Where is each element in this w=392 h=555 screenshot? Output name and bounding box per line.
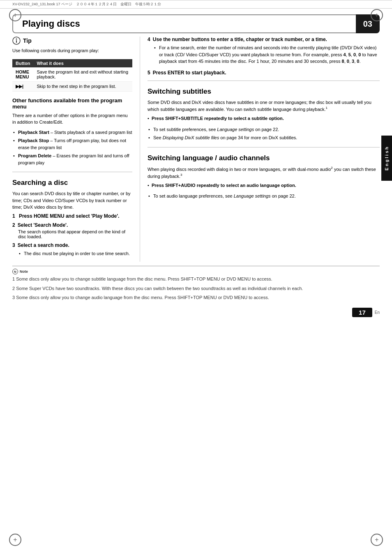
table-row: ▶▶| Skip to the next step in the program… [12,81,132,91]
table-row: HOMEMENU Save the program list and exit … [12,67,132,82]
step-4: 4 Use the number buttons to enter a titl… [148,37,380,66]
step-body-2-text: The search options that appear depend on… [18,229,125,239]
page-num: 17 [352,308,372,317]
right-column: 4 Use the number buttons to enter a titl… [140,37,380,262]
searching-heading: Searching a disc [12,179,132,187]
list-item: Program Delete – Erases the program list… [12,152,132,167]
description-cell: Save the program list and exit without s… [33,67,132,82]
table-header-button: Button [12,59,33,67]
tip-box: Tip Use following controls during progra… [12,37,132,54]
page-title: Playing discs [12,14,356,33]
page-footer: 17 En [0,304,392,325]
page-title-row: Playing discs 03 [12,14,380,33]
tip-intro: Use following controls during program pl… [12,47,132,54]
button-cell: ▶▶| [12,81,33,91]
step-num-3: 3 [12,242,15,248]
svg-rect-2 [16,40,17,43]
press-shift-subtitle: Press SHIFT+SUBTITLE repeatedly to selec… [152,116,284,121]
tip-icon [12,37,21,45]
searching-intro: You can search DVD discs by title or cha… [12,190,132,211]
program-delete-bold: Program Delete [18,153,51,158]
step-body-2: The search options that appear depend on… [18,229,132,239]
other-functions-intro: There are a number of other options in t… [12,112,132,126]
playback-start-text: – Starts playback of a saved program lis… [51,130,132,135]
note-icon: N [12,269,18,274]
step-num-4: 4 [148,37,150,42]
press-shift-audio: Press SHIFT+AUDIO repeatedly to select a… [152,183,296,188]
step-title-5: Press ENTER to start playback. [153,70,226,76]
footnote-3: 3 [180,173,182,177]
other-functions-list: Playback Start – Starts playback of a sa… [12,128,132,167]
language-tab: English [381,136,392,181]
step-5: 5 Press ENTER to start playback. [148,70,380,76]
step-body-4: For a time search, enter the number of m… [153,44,380,66]
list-item: To set subtitle preferences, see Languag… [148,125,380,134]
step-title-2: Select 'Search Mode'. [18,222,68,228]
note-item-2: 2 Some Super VCDs have two soundtracks. … [12,285,380,292]
meta-text: XV-DV232_240_131.book 17 ページ ２００４年１２月２４日… [12,2,161,6]
playback-start-bold: Playback Start [18,130,49,135]
step-1: 1 Press HOME MENU and select 'Play Mode'… [12,213,132,219]
step-title-1: Press HOME MENU and select 'Play Mode'. [19,213,119,219]
switching-language-section: Switching language / audio channels When… [148,154,380,200]
searching-section: Searching a disc You can search DVD disc… [12,179,132,258]
switching-subtitles-intro: Some DVD discs and DivX video discs have… [148,99,380,113]
step-title-3: Select a search mode. [18,242,69,248]
step-2: 2 Select 'Search Mode'. The search optio… [12,222,132,239]
button-label-skip: ▶▶| [16,84,23,89]
description-cell: Skip to the next step in the program lis… [33,81,132,91]
step-num-1: 1 [12,213,15,219]
footnote-1: 1 [326,106,327,110]
step-body-3: The disc must be playing in order to use… [18,249,132,258]
switching-language-intro: When playing discs recorded with dialog … [148,166,380,180]
switching-subtitles-instruction: • Press SHIFT+SUBTITLE repeatedly to sel… [148,115,380,122]
left-column: Tip Use following controls during progra… [12,37,140,262]
header-meta: XV-DV232_240_131.book 17 ページ ２００４年１２月２４日… [0,0,392,9]
other-functions-section: Other functions available from the progr… [12,97,132,167]
footnote-2: 2 [331,166,332,170]
step-3-bullets: The disc must be playing in order to use… [18,249,132,258]
note-item-1: 1 Some discs only allow you to change su… [12,276,380,283]
list-item: To set audio language preferences, see L… [148,192,380,200]
playback-stop-bold: Playback Stop [18,138,49,143]
switching-lang-intro-text: When playing discs recorded with dialog … [148,166,331,171]
list-item: The disc must be playing in order to use… [18,249,132,258]
other-functions-heading: Other functions available from the progr… [12,97,132,110]
page-lang: En [375,310,380,315]
step-num-2: 2 [12,222,15,228]
button-label-home-menu: HOMEMENU [16,69,29,79]
switching-subtitles-section: Switching subtitles Some DVD discs and D… [148,88,380,142]
step-num-5: 5 [148,70,150,76]
step-4-bullets: For a time search, enter the number of m… [153,44,380,66]
switching-language-list: To set audio language preferences, see L… [148,192,380,200]
button-desc-skip: Skip to the next step in the program lis… [37,84,116,89]
switching-language-instruction: • Press SHIFT+AUDIO repeatedly to select… [148,182,380,189]
note-item-3: 3 Some discs only allow you to change au… [12,294,380,301]
controls-table: Button What it does HOMEMENU Save the pr… [12,59,132,92]
switch-sub-press: • Press SHIFT+SUBTITLE repeatedly to sel… [148,115,380,122]
table-header-whatitdoes: What it does [33,59,132,67]
list-item: For a time search, enter the number of m… [153,44,380,66]
notes-section: N Note 1 Some discs only allow you to ch… [12,266,380,301]
step-3: 3 Select a search mode. The disc must be… [12,242,132,258]
tip-title: Tip [12,37,132,45]
list-item: See Displaying DivX subtitle files on pa… [148,134,380,142]
list-item: Playback Start – Starts playback of a sa… [12,128,132,137]
switching-subtitles-heading: Switching subtitles [148,88,380,96]
switch-lang-press: • Press SHIFT+AUDIO repeatedly to select… [148,182,380,189]
button-cell: HOMEMENU [12,67,33,82]
svg-point-1 [16,39,17,40]
switching-language-heading: Switching language / audio channels [148,154,380,162]
list-item: Playback Stop – Turns off program play, … [12,136,132,152]
button-desc-home-menu: Save the program list and exit without s… [37,69,128,79]
switching-subtitles-intro-text: Some DVD discs and DivX video discs have… [148,100,371,112]
tip-label: Tip [23,37,32,44]
step-title-4: Use the number buttons to enter a title,… [153,37,327,42]
notes-title: N Note [12,269,380,274]
switching-subtitles-list: To set subtitle preferences, see Languag… [148,125,380,142]
notes-label: Note [20,269,28,274]
